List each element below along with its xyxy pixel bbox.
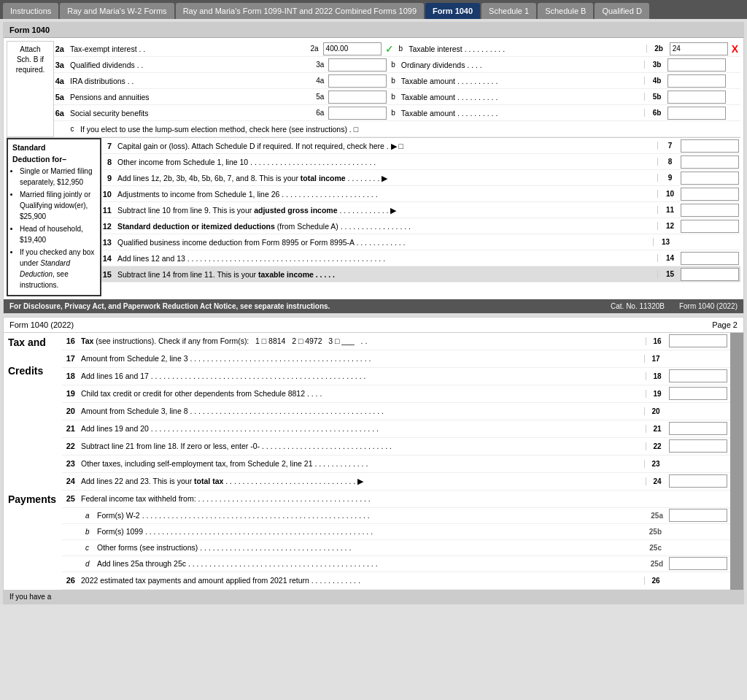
- row-5a: 5a Pensions and annuities 5a b Taxable a…: [54, 89, 740, 105]
- field-3b[interactable]: [667, 58, 726, 72]
- tab-schedule1[interactable]: Schedule 1: [481, 3, 536, 19]
- row-4a: 4a IRA distributions . . 4a b Taxable am…: [54, 73, 740, 89]
- field-21[interactable]: [669, 422, 727, 435]
- page1-footer: For Disclosure, Privacy Act, and Paperwo…: [4, 299, 743, 313]
- field-6a[interactable]: [328, 107, 387, 120]
- row-15: 15 Subtract line 14 from line 11. This i…: [101, 266, 740, 282]
- field-18[interactable]: [669, 369, 727, 382]
- field-2a[interactable]: 400.00: [323, 42, 382, 55]
- field-8[interactable]: [681, 155, 739, 169]
- form-1040-page2: Form 1040 (2022) Page 2 Tax andCredits 1…: [3, 317, 744, 604]
- p2-row-22: 22 Subtract line 21 from line 18. If zer…: [62, 438, 730, 455]
- row-3a: 3a Qualified dividends . . 3a b Ordinary…: [54, 57, 740, 73]
- field-10[interactable]: [681, 188, 739, 201]
- row-25d: d Add lines 25a through 25c . . . . . . …: [62, 556, 730, 572]
- field-5a[interactable]: [328, 91, 387, 104]
- field-19[interactable]: [669, 387, 727, 400]
- field-15[interactable]: [681, 268, 739, 281]
- field-22[interactable]: [669, 439, 727, 453]
- payments-rows: 25 Federal income tax withheld from: . .…: [62, 491, 730, 590]
- p2-row-26: 26 2022 estimated tax payments and amoun…: [62, 572, 730, 590]
- tab-form1040[interactable]: Form 1040: [425, 3, 480, 19]
- tax-credits-section: Tax andCredits 16 Tax (see instructions)…: [4, 333, 743, 491]
- row-2a: 2a Tax-exempt interest . . 2a 400.00 ✓ b…: [54, 41, 740, 57]
- attach-label: AttachSch. B ifrequired.: [7, 41, 54, 137]
- field-14[interactable]: [681, 252, 739, 265]
- x-mark-2b: X: [732, 43, 738, 55]
- row-25c: c Other forms (see instructions) . . . .…: [62, 540, 730, 556]
- row-8: 8 Other income from Schedule 1, line 10 …: [101, 154, 740, 170]
- p2-row-25: 25 Federal income tax withheld from: . .…: [62, 491, 730, 508]
- field-11[interactable]: [681, 204, 739, 217]
- tab-scheduleb[interactable]: Schedule B: [538, 3, 593, 19]
- payments-section: Payments 25 Federal income tax withheld …: [4, 491, 743, 590]
- gray-side-bar: [730, 333, 743, 491]
- page1-header: Form 1040: [4, 23, 743, 38]
- rows-7-15-area: StandardDeduction for– Single or Married…: [7, 138, 740, 296]
- tax-credits-title: Tax andCredits: [4, 333, 62, 491]
- p2-row-17: 17 Amount from Schedule 2, line 3 . . . …: [62, 350, 730, 368]
- row-9: 9 Add lines 1z, 2b, 3b, 4b, 5b, 6b, 7, a…: [101, 170, 740, 186]
- row-6a: 6a Social security benefits 6a b Taxable…: [54, 105, 740, 121]
- field-12[interactable]: [681, 220, 739, 233]
- field-4b[interactable]: [667, 74, 726, 88]
- field-25d[interactable]: [669, 557, 727, 570]
- row-13: 13 Qualified business income deduction f…: [101, 234, 740, 250]
- rows-7-15: 7 Capital gain or (loss). Attach Schedul…: [101, 138, 740, 296]
- field-6b[interactable]: [667, 107, 726, 120]
- page2-header: Form 1040 (2022) Page 2: [4, 318, 743, 333]
- payments-title: Payments: [4, 491, 62, 590]
- p2-row-19: 19 Child tax credit or credit for other …: [62, 385, 730, 403]
- form-1040-page1: Form 1040 AttachSch. B ifrequired. 2a Ta…: [3, 22, 744, 314]
- field-4a[interactable]: [328, 74, 387, 88]
- checkmark-2a: ✓: [385, 43, 394, 55]
- row-6c: c If you elect to use the lump-sum elect…: [54, 121, 740, 137]
- tab-bar: Instructions Ray and Maria's W-2 Forms R…: [0, 0, 747, 19]
- tab-1099[interactable]: Ray and Maria's Form 1099-INT and 2022 C…: [176, 3, 424, 19]
- row-25b: b Form(s) 1099 . . . . . . . . . . . . .…: [62, 524, 730, 540]
- p2-row-23: 23 Other taxes, including self-employmen…: [62, 455, 730, 473]
- row-12: 12 Standard deduction or itemized deduct…: [101, 218, 740, 234]
- tab-instructions[interactable]: Instructions: [3, 3, 58, 19]
- field-5b[interactable]: [667, 91, 726, 104]
- row-25a: a Form(s) W-2 . . . . . . . . . . . . . …: [62, 508, 730, 524]
- field-9[interactable]: [681, 172, 739, 185]
- p2-row-18: 18 Add lines 16 and 17 . . . . . . . . .…: [62, 368, 730, 385]
- row-11: 11 Subtract line 10 from line 9. This is…: [101, 202, 740, 218]
- field-16[interactable]: [669, 334, 727, 347]
- p2-row-20: 20 Amount from Schedule 3, line 8 . . . …: [62, 403, 730, 420]
- field-2b[interactable]: 24: [670, 42, 728, 55]
- field-7[interactable]: [681, 139, 739, 153]
- tab-qualifiedd[interactable]: Qualified D: [595, 3, 649, 19]
- tab-w2[interactable]: Ray and Maria's W-2 Forms: [60, 3, 174, 19]
- standard-deduction-box: StandardDeduction for– Single or Married…: [7, 138, 101, 296]
- row-14: 14 Add lines 12 and 13 . . . . . . . . .…: [101, 250, 740, 266]
- if-you-have-label: If you have a: [4, 590, 743, 604]
- gray-side-bar2: [730, 491, 743, 590]
- field-3a[interactable]: [328, 58, 387, 72]
- field-25a[interactable]: [669, 509, 727, 522]
- row-7: 7 Capital gain or (loss). Attach Schedul…: [101, 138, 740, 154]
- p2-row-24: 24 Add lines 22 and 23. This is your tot…: [62, 473, 730, 491]
- field-24[interactable]: [669, 474, 727, 488]
- tax-credits-rows: 16 Tax (see instructions). Check if any …: [62, 333, 730, 491]
- p2-row-16: 16 Tax (see instructions). Check if any …: [62, 333, 730, 350]
- row-10: 10 Adjustments to income from Schedule 1…: [101, 186, 740, 202]
- p2-row-21: 21 Add lines 19 and 20 . . . . . . . . .…: [62, 420, 730, 438]
